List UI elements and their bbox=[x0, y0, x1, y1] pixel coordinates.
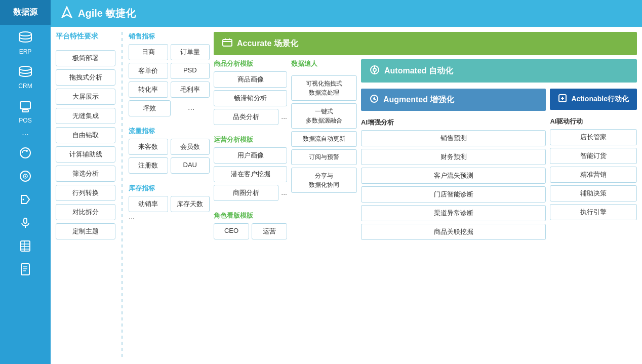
templates-column: 商品分析模版 商品画像 畅滞销分析 品类分析 ··· bbox=[214, 59, 287, 357]
ceo-item[interactable]: CEO bbox=[214, 223, 249, 239]
platform-item[interactable]: 行列转换 bbox=[56, 185, 115, 201]
sidebar-item-crm[interactable]: CRM bbox=[0, 59, 51, 94]
augmented-column: Augmented 增强化 AI增强分析 销售预测 财务预测 客户流失预测 bbox=[361, 89, 546, 357]
top-header: Agile 敏捷化 bbox=[51, 0, 642, 27]
ai-item[interactable]: 销售预测 bbox=[361, 130, 546, 146]
svg-point-9 bbox=[25, 176, 26, 177]
inventory-title: 库存指标 bbox=[129, 184, 210, 193]
sidebar-item-pos[interactable]: POS bbox=[0, 94, 51, 128]
content-inner: 平台特性要求 极简部署 拖拽式分析 大屏展示 无缝集成 自由钻取 计算辅助线 筛… bbox=[51, 27, 642, 362]
divider1 bbox=[122, 32, 123, 357]
platform-item[interactable]: 计算辅助线 bbox=[56, 146, 115, 163]
sales-metrics: 销售指标 日商 订单量 客单价 PSD 转化率 毛利率 坪效 ··· bbox=[129, 32, 210, 116]
metric-dots: ··· bbox=[173, 102, 210, 116]
metric-item[interactable]: 来客数 bbox=[129, 139, 168, 155]
sidebar-item-camera[interactable] bbox=[0, 165, 51, 188]
goods-title: 商品分析模版 bbox=[214, 59, 287, 68]
weibo-icon bbox=[18, 145, 33, 160]
template-item[interactable]: 商圈分析 bbox=[214, 185, 278, 201]
sales-title: 销售指标 bbox=[129, 32, 210, 41]
tracker-item[interactable]: 可视化拖拽式数据流处理 bbox=[291, 75, 357, 101]
svg-rect-13 bbox=[21, 241, 30, 251]
sidebar-item-excel[interactable] bbox=[0, 234, 51, 258]
template-item[interactable]: 用户画像 bbox=[214, 147, 287, 164]
action-item[interactable]: 店长管家 bbox=[550, 129, 637, 145]
augmented-icon bbox=[369, 94, 379, 106]
metric-item[interactable]: 订单量 bbox=[171, 44, 210, 60]
navigation-icon bbox=[61, 6, 73, 21]
template-item[interactable]: 潜在客户挖掘 bbox=[214, 166, 287, 182]
ai-item[interactable]: 财务预测 bbox=[361, 149, 546, 165]
automated-title: Automated 自动化 bbox=[384, 66, 453, 76]
template-item[interactable]: 商品画像 bbox=[214, 71, 287, 88]
platform-item[interactable]: 大屏展示 bbox=[56, 89, 115, 105]
svg-rect-3 bbox=[22, 110, 28, 112]
metric-item[interactable]: 动销率 bbox=[129, 196, 168, 212]
platform-item[interactable]: 拖拽式分析 bbox=[56, 69, 115, 86]
platform-items: 极简部署 拖拽式分析 大屏展示 无缝集成 自由钻取 计算辅助线 筛选分析 行列转… bbox=[56, 50, 115, 239]
platform-item[interactable]: 极简部署 bbox=[56, 50, 115, 66]
ops-item[interactable]: 运营 bbox=[252, 223, 287, 239]
action-item[interactable]: 精准营销 bbox=[550, 167, 637, 183]
action-item[interactable]: 智能订货 bbox=[550, 148, 637, 164]
actionable-title: Actionable行动化 bbox=[571, 95, 629, 104]
tracker-item[interactable]: 订阅与预警 bbox=[291, 149, 357, 165]
ops-title: 运营分析模版 bbox=[214, 135, 287, 144]
crm-icon bbox=[16, 63, 34, 82]
metric-item[interactable]: DAU bbox=[171, 157, 210, 174]
metric-item[interactable]: 注册数 bbox=[129, 157, 168, 174]
accurate-title: Accurate 场景化 bbox=[237, 38, 298, 49]
svg-rect-18 bbox=[21, 264, 29, 275]
sidebar-item-erp[interactable]: ERP bbox=[0, 25, 51, 59]
svg-marker-22 bbox=[62, 7, 71, 17]
platform-item[interactable]: 对比拆分 bbox=[56, 204, 115, 220]
goods-dots: ··· bbox=[281, 111, 287, 125]
main-content: Agile 敏捷化 平台特性要求 极简部署 拖拽式分析 大屏展示 无缝集成 自由… bbox=[51, 0, 642, 364]
platform-item[interactable]: 自由钻取 bbox=[56, 127, 115, 143]
tracker-item[interactable]: 数据流自动更新 bbox=[291, 131, 357, 147]
ops-group: 运营分析模版 用户画像 潜在客户挖掘 商圈分析 ··· bbox=[214, 135, 287, 201]
ai-item[interactable]: 商品关联挖掘 bbox=[361, 224, 546, 240]
metric-item[interactable]: 转化率 bbox=[129, 82, 168, 98]
tracker-item[interactable]: 分享与数据化协同 bbox=[291, 168, 357, 193]
erp-icon bbox=[16, 29, 34, 47]
ai-item[interactable]: 客户流失预测 bbox=[361, 168, 546, 184]
augmented-header: Augmented 增强化 bbox=[361, 89, 546, 111]
platform-item[interactable]: 无缝集成 bbox=[56, 108, 115, 124]
top-header-title: Agile 敏捷化 bbox=[78, 7, 136, 20]
action-item[interactable]: 执行引擎 bbox=[550, 204, 637, 220]
ops-dots: ··· bbox=[281, 187, 287, 201]
ai-section-title: AI增强分析 bbox=[361, 118, 546, 127]
right-area: Accurate 场景化 商品分析模版 商品画像 畅滞销分析 品类分析 bbox=[214, 32, 637, 357]
platform-item[interactable]: 定制主题 bbox=[56, 223, 115, 239]
augmented-title: Augmented 增强化 bbox=[383, 95, 454, 105]
automated-header: Automated 自动化 bbox=[361, 59, 637, 83]
accurate-icon bbox=[222, 37, 233, 50]
metrics-column: 销售指标 日商 订单量 客单价 PSD 转化率 毛利率 坪效 ··· bbox=[129, 32, 210, 357]
svg-rect-2 bbox=[20, 102, 30, 109]
ai-item[interactable]: 渠道异常诊断 bbox=[361, 205, 546, 221]
action-item[interactable]: 辅助决策 bbox=[550, 185, 637, 201]
template-item[interactable]: 畅滞销分析 bbox=[214, 90, 287, 106]
svg-point-6 bbox=[26, 150, 28, 152]
platform-item[interactable]: 筛选分析 bbox=[56, 166, 115, 182]
metric-item[interactable]: 毛利率 bbox=[171, 82, 210, 98]
metric-item[interactable]: PSD bbox=[171, 63, 210, 79]
metric-item[interactable]: 坪效 bbox=[129, 100, 171, 116]
metric-item[interactable]: 客单价 bbox=[129, 63, 168, 79]
erp-label: ERP bbox=[19, 48, 32, 55]
metric-item[interactable]: 日商 bbox=[129, 44, 168, 60]
inventory-metrics: 库存指标 动销率 库存天数 ··· bbox=[129, 184, 210, 222]
metric-item[interactable]: 会员数 bbox=[171, 139, 210, 155]
ai-item[interactable]: 门店智能诊断 bbox=[361, 186, 546, 203]
svg-point-10 bbox=[23, 199, 24, 200]
template-item[interactable]: 品类分析 bbox=[214, 109, 278, 125]
sidebar-item-tag[interactable] bbox=[0, 188, 51, 211]
traffic-metrics: 流量指标 来客数 会员数 注册数 DAU bbox=[129, 127, 210, 174]
tracker-item[interactable]: 一键式多数据源融合 bbox=[291, 103, 357, 129]
metric-item[interactable]: 库存天数 bbox=[171, 196, 210, 212]
sidebar-item-weibo[interactable] bbox=[0, 141, 51, 165]
sidebar-item-mic[interactable] bbox=[0, 211, 51, 234]
tag-icon bbox=[18, 192, 33, 207]
sidebar-item-doc[interactable] bbox=[0, 258, 51, 281]
